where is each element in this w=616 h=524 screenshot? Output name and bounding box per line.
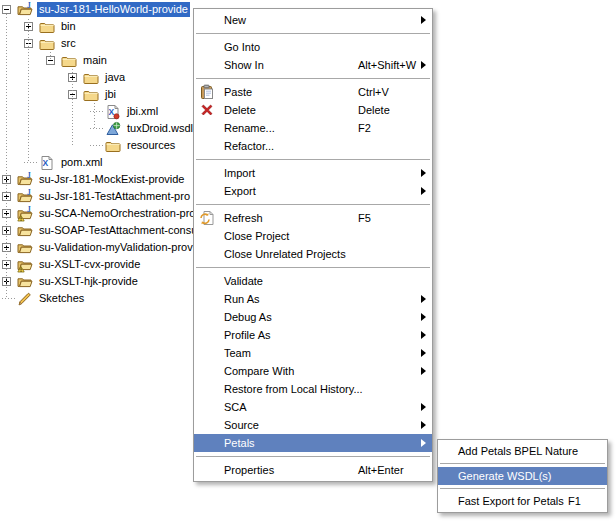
- menu-shortcut: F5: [358, 212, 371, 224]
- menu-item-run-as[interactable]: Run As: [194, 290, 432, 308]
- tree-item-label: resources: [125, 138, 177, 153]
- menu-separator: [440, 463, 605, 464]
- menu-item-label: Validate: [224, 275, 263, 287]
- menu-item-import[interactable]: Import: [194, 164, 432, 182]
- menu-item-label: Delete: [224, 104, 256, 116]
- project-warning-icon: [17, 257, 33, 273]
- tree-item-label: su-Jsr-181-TestAttachment-pro: [37, 189, 192, 204]
- project-icon: [17, 274, 33, 290]
- menu-item-label: Add Petals BPEL Nature: [458, 445, 578, 457]
- menu-item-sca[interactable]: SCA: [194, 398, 432, 416]
- menu-item-validate[interactable]: Validate: [194, 272, 432, 290]
- pencil-icon: [17, 291, 33, 307]
- menu-item-fast-export-for-petals[interactable]: Fast Export for PetalsF1: [438, 492, 607, 510]
- tree-connector: [90, 137, 105, 154]
- menu-item-debug-as[interactable]: Debug As: [194, 308, 432, 326]
- menu-item-add-petals-bpel-nature[interactable]: Add Petals BPEL Nature: [438, 442, 607, 460]
- menu-item-restore-from-local-history[interactable]: Restore from Local History...: [194, 380, 432, 398]
- menu-item-close-project[interactable]: Close Project: [194, 227, 432, 245]
- menu-item-label: Team: [224, 347, 251, 359]
- project-icon: [17, 240, 33, 256]
- eclipse-project-explorer-screen: Jsu-Jsr-181-HelloWorld-providebinsrcmain…: [0, 0, 616, 524]
- menu-item-label: Paste: [224, 86, 252, 98]
- menu-item-label: Export: [224, 185, 256, 197]
- tree-connector: [24, 154, 39, 171]
- tree-item-label: su-Jsr-181-HelloWorld-provide: [37, 2, 190, 17]
- folder-icon: [61, 53, 77, 69]
- menu-item-label: Properties: [224, 464, 274, 476]
- tree-guide: [6, 14, 7, 298]
- tree-item-label: bin: [59, 19, 78, 34]
- submenu-arrow-icon: [421, 421, 426, 429]
- menu-separator: [196, 456, 430, 457]
- tree-item-label: pom.xml: [59, 155, 105, 170]
- menu-item-label: Run As: [224, 293, 259, 305]
- refresh-icon: [199, 210, 215, 226]
- menu-item-petals[interactable]: Petals: [194, 434, 432, 452]
- menu-item-label: Source: [224, 419, 259, 431]
- menu-item-rename[interactable]: Rename...F2: [194, 119, 432, 137]
- tree-item-label: tuxDroid.wsdl: [125, 121, 195, 136]
- submenu-arrow-icon: [421, 169, 426, 177]
- menu-item-label: Profile As: [224, 329, 270, 341]
- menu-separator: [196, 159, 430, 160]
- menu-separator: [196, 33, 430, 34]
- menu-shortcut: Alt+Enter: [358, 464, 404, 476]
- tree-guide: [28, 19, 29, 163]
- menu-item-label: Close Unrelated Projects: [224, 248, 346, 260]
- submenu-arrow-icon: [421, 439, 426, 447]
- tree-connector: [2, 290, 17, 307]
- tree-item-label: Sketches: [37, 291, 86, 306]
- menu-item-go-into[interactable]: Go Into: [194, 38, 432, 56]
- folder-icon: [83, 87, 99, 103]
- menu-item-close-unrelated-projects[interactable]: Close Unrelated Projects: [194, 245, 432, 263]
- submenu-arrow-icon: [421, 349, 426, 357]
- menu-item-label: Go Into: [224, 41, 260, 53]
- menu-item-refactor[interactable]: Refactor...: [194, 137, 432, 155]
- menu-shortcut: Delete: [358, 104, 390, 116]
- menu-separator: [440, 488, 605, 489]
- svg-text:J: J: [27, 206, 31, 214]
- project-icon: [17, 223, 33, 239]
- menu-item-export[interactable]: Export: [194, 182, 432, 200]
- svg-text:J: J: [27, 189, 31, 197]
- wsdl-icon: [105, 121, 121, 137]
- menu-item-label: Compare With: [224, 365, 294, 377]
- tree-item-label: src: [59, 36, 78, 51]
- submenu-arrow-icon: [421, 367, 426, 375]
- menu-item-new[interactable]: New: [194, 11, 432, 29]
- menu-item-properties[interactable]: PropertiesAlt+Enter: [194, 461, 432, 479]
- menu-item-label: Rename...: [224, 122, 275, 134]
- menu-item-show-in[interactable]: Show InAlt+Shift+W: [194, 56, 432, 74]
- submenu-arrow-icon: [421, 331, 426, 339]
- folder-icon: [83, 70, 99, 86]
- java-project-icon: J: [17, 172, 33, 188]
- tree-guide: [50, 52, 51, 61]
- submenu-arrow-icon: [421, 16, 426, 24]
- menu-item-label: Debug As: [224, 311, 272, 323]
- tree-item-label: su-XSLT-hjk-provide: [37, 274, 140, 289]
- menu-item-label: Close Project: [224, 230, 289, 242]
- menu-item-label: Show In: [224, 59, 264, 71]
- menu-item-label: Import: [224, 167, 255, 179]
- menu-item-delete[interactable]: DeleteDelete: [194, 101, 432, 119]
- menu-separator: [196, 78, 430, 79]
- menu-item-profile-as[interactable]: Profile As: [194, 326, 432, 344]
- svg-text:X: X: [43, 158, 49, 168]
- menu-item-team[interactable]: Team: [194, 344, 432, 362]
- paste-icon: [199, 84, 215, 100]
- menu-item-paste[interactable]: PasteCtrl+V: [194, 83, 432, 101]
- tree-item-label: jbi.xml: [125, 104, 160, 119]
- menu-item-generate-wsdl-s[interactable]: Generate WSDL(s): [438, 467, 607, 485]
- tree-item-label: java: [103, 70, 127, 85]
- menu-item-label: Refresh: [224, 212, 263, 224]
- menu-item-source[interactable]: Source: [194, 416, 432, 434]
- tree-connector: [90, 103, 105, 120]
- tree-toggle-minus-icon[interactable]: [2, 5, 11, 14]
- menu-item-label: Petals: [224, 437, 255, 449]
- menu-item-refresh[interactable]: RefreshF5: [194, 209, 432, 227]
- menu-item-compare-with[interactable]: Compare With: [194, 362, 432, 380]
- tree-item-label: jbi: [103, 87, 118, 102]
- xml-error-icon: X: [105, 104, 121, 120]
- svg-text:J: J: [27, 172, 31, 180]
